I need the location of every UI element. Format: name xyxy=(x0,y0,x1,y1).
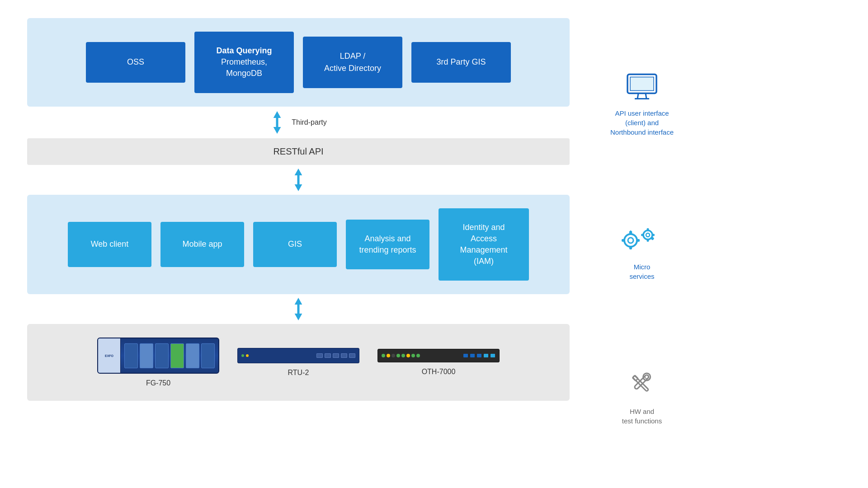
sidebar-hw-test: HW and test functions xyxy=(597,370,687,426)
middle-bottom-arrow-section xyxy=(27,294,570,324)
sidebar-micro-services: Micro services xyxy=(597,225,687,281)
svg-rect-19 xyxy=(622,239,625,242)
svg-rect-20 xyxy=(636,239,640,242)
svg-point-23 xyxy=(643,230,652,239)
svg-marker-0 xyxy=(274,111,281,118)
api-ui-label: API user interface (client) and Northbou… xyxy=(610,108,674,137)
ldap-box: LDAP / Active Directory xyxy=(303,37,402,88)
web-client-box: Web client xyxy=(68,222,151,267)
data-querying-box: Data Querying Prometheus, MongoDB xyxy=(194,32,294,93)
right-sidebar: API user interface (client) and Northbou… xyxy=(570,18,687,470)
mobile-app-box: Mobile app xyxy=(160,222,244,267)
svg-marker-3 xyxy=(295,169,302,175)
oth7000-label: OTH-7000 xyxy=(422,368,456,376)
hw-test-label: HW and test functions xyxy=(622,407,662,426)
svg-rect-4 xyxy=(297,175,300,184)
svg-marker-8 xyxy=(295,314,302,320)
svg-point-30 xyxy=(642,372,652,382)
api-middle-arrow-section xyxy=(27,165,570,195)
analysis-box: Analysis and trending reports xyxy=(346,220,429,269)
fg750-device: EXFO xyxy=(97,338,219,374)
bottom-section: EXFO FG-750 xyxy=(27,324,570,401)
svg-point-15 xyxy=(624,234,637,247)
oth7000-device xyxy=(377,349,500,362)
middle-bottom-arrow xyxy=(291,298,306,320)
main-container: OSS Data Querying Prometheus, MongoDB LD… xyxy=(0,0,868,488)
micro-services-label: Micro services xyxy=(629,262,654,281)
monitor-icon xyxy=(624,71,660,103)
gis-box: GIS xyxy=(253,222,337,267)
third-party-arrow-section: Third-party xyxy=(27,107,570,138)
svg-rect-26 xyxy=(647,239,649,242)
svg-rect-32 xyxy=(632,375,648,391)
top-section: OSS Data Querying Prometheus, MongoDB LD… xyxy=(27,18,570,107)
third-party-arrow xyxy=(270,111,284,134)
fg750-label: FG-750 xyxy=(146,379,170,387)
api-middle-arrow xyxy=(291,169,306,191)
svg-rect-28 xyxy=(651,234,655,236)
svg-point-24 xyxy=(646,233,650,237)
middle-section: Web client Mobile app GIS Analysis and t… xyxy=(27,195,570,295)
svg-marker-6 xyxy=(295,298,302,305)
api-bar: RESTful API xyxy=(27,138,570,165)
fg750-item: EXFO FG-750 xyxy=(97,338,219,387)
rtu2-device xyxy=(237,348,359,363)
svg-line-12 xyxy=(637,93,638,99)
svg-rect-18 xyxy=(629,246,632,249)
oss-box: OSS xyxy=(86,42,185,83)
oth7000-item: OTH-7000 xyxy=(377,349,500,376)
svg-point-31 xyxy=(644,374,649,379)
third-party-label: Third-party xyxy=(292,118,326,127)
svg-line-13 xyxy=(646,93,646,99)
svg-marker-5 xyxy=(295,184,302,191)
rtu2-item: RTU-2 xyxy=(237,348,359,377)
rtu2-label: RTU-2 xyxy=(288,369,309,377)
svg-rect-7 xyxy=(297,305,300,314)
svg-rect-27 xyxy=(641,234,644,236)
svg-rect-10 xyxy=(630,77,654,90)
svg-rect-1 xyxy=(276,118,278,127)
tools-icon xyxy=(624,370,660,401)
svg-marker-2 xyxy=(274,127,281,134)
diagram-area: OSS Data Querying Prometheus, MongoDB LD… xyxy=(27,18,570,401)
svg-rect-25 xyxy=(647,228,649,231)
identity-box: Identity and Access Management (IAM) xyxy=(439,208,529,281)
gis-3rd-box: 3rd Party GIS xyxy=(411,42,511,83)
sidebar-api-ui: API user interface (client) and Northbou… xyxy=(597,71,687,137)
svg-point-16 xyxy=(628,238,633,243)
gear-icon xyxy=(622,225,662,257)
